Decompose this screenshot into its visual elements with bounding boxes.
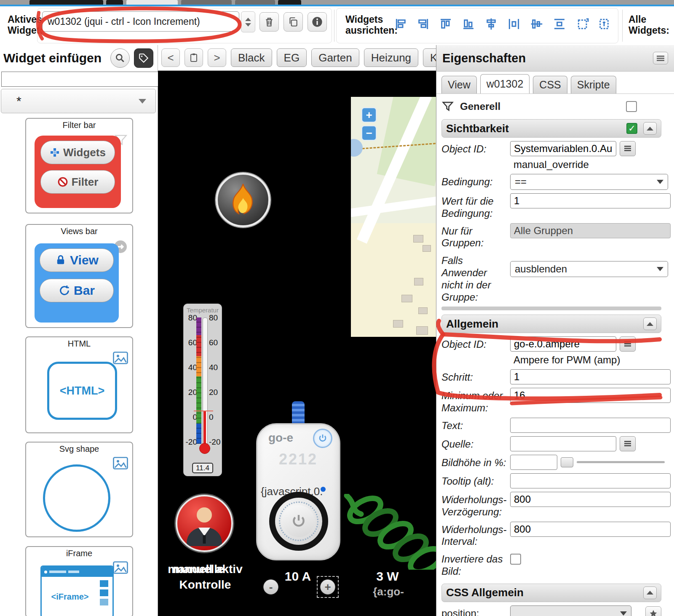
ampere-decrement-button[interactable]: - xyxy=(263,579,278,595)
widget-select-spinner[interactable] xyxy=(241,11,255,32)
browser-tab[interactable] xyxy=(106,0,123,5)
section-sichtbarkeit[interactable]: Sichtbarkeit ✓ xyxy=(441,119,661,138)
select-object-id-button[interactable] xyxy=(620,336,636,352)
generell-checkbox[interactable] xyxy=(626,101,637,112)
charging-cable-coil xyxy=(343,494,436,570)
image-placeholder-icon xyxy=(113,561,128,574)
view-forward-button[interactable]: > xyxy=(208,48,226,67)
distribute-horizontal-button[interactable] xyxy=(505,15,523,33)
palette-filter-input[interactable] xyxy=(1,72,159,87)
lock-icon xyxy=(55,254,67,266)
palette-card-svg-shape[interactable]: Svg shape xyxy=(25,442,133,537)
section-css-allgemein[interactable]: CSS Allgemein xyxy=(441,584,661,602)
minmax-input[interactable] xyxy=(510,388,671,403)
charger-power-button[interactable] xyxy=(269,492,328,551)
spinner-up-icon xyxy=(245,18,251,21)
browser-tab[interactable] xyxy=(29,0,103,5)
panel-dock-button[interactable] xyxy=(653,52,668,64)
fire-widget[interactable] xyxy=(216,173,270,227)
interval-input[interactable] xyxy=(510,522,671,537)
visibility-object-id-input[interactable] xyxy=(510,141,616,156)
bildhoehe-slider-track[interactable] xyxy=(577,461,665,463)
tab-view[interactable]: View xyxy=(441,76,477,93)
select-object-id-button[interactable] xyxy=(620,436,636,451)
gruppen-input xyxy=(510,223,671,238)
select-object-id-button[interactable] xyxy=(620,141,636,156)
section-allgemein[interactable]: Allgemein xyxy=(441,315,661,333)
charger-widget[interactable]: go-e 2212 {javascript.0. xyxy=(256,423,340,560)
align-right-button[interactable] xyxy=(414,15,432,33)
widget-info-button[interactable] xyxy=(308,12,327,32)
tooltip-input[interactable] xyxy=(510,473,671,488)
same-width-button[interactable] xyxy=(574,15,592,33)
thermometer-widget[interactable]: Temperatur 80 60 40 20 0 -20 80 60 40 20… xyxy=(183,304,222,476)
center-vertical-button[interactable] xyxy=(527,15,546,33)
map-widget[interactable]: + − xyxy=(351,97,436,337)
browser-tab[interactable] xyxy=(278,0,301,5)
view-tab-garten[interactable]: Garten xyxy=(311,48,359,67)
collapse-sichtbarkeit-button[interactable] xyxy=(643,122,657,135)
quelle-input[interactable] xyxy=(510,436,616,451)
browser-tab[interactable] xyxy=(235,0,275,5)
align-top-button[interactable] xyxy=(436,15,455,33)
center-horizontal-button[interactable] xyxy=(482,15,500,33)
manual-control-widget[interactable] xyxy=(176,495,233,552)
card-title: Views bar xyxy=(26,227,132,236)
invertiere-checkbox[interactable] xyxy=(510,554,521,565)
view-tab-eg[interactable]: EG xyxy=(277,48,307,67)
ampere-increment-button[interactable]: + xyxy=(320,579,335,595)
verzoegerung-input[interactable] xyxy=(510,492,671,507)
charger-cable-top xyxy=(292,401,305,426)
view-tab-black[interactable]: Black xyxy=(231,48,272,67)
browser-tab[interactable] xyxy=(181,0,232,5)
vis-canvas[interactable]: + − Temperatur 80 60 40 20 0 -20 80 60 4… xyxy=(158,71,436,616)
align-bottom-button[interactable] xyxy=(459,15,478,33)
view-tab-keller[interactable]: Kell xyxy=(423,48,436,67)
copy-widget-button[interactable] xyxy=(284,12,303,32)
text-input[interactable] xyxy=(510,418,671,433)
tab-widget-id[interactable]: w01302 xyxy=(480,74,530,93)
same-height-button[interactable] xyxy=(595,15,613,33)
toolbar-separator xyxy=(622,10,623,42)
view-paste-button[interactable] xyxy=(185,48,203,67)
tab-css[interactable]: CSS xyxy=(533,76,567,93)
bedingung-select[interactable]: == xyxy=(510,174,668,190)
widget-set-select[interactable]: * xyxy=(1,89,156,113)
collapse-allgemein-button[interactable] xyxy=(643,317,657,330)
palette-card-filter-bar[interactable]: Filter bar Widgets xyxy=(25,118,133,213)
delete-widget-button[interactable] xyxy=(259,12,279,32)
selected-widget-outline[interactable]: + xyxy=(317,576,339,598)
position-default-button[interactable] xyxy=(645,606,661,616)
view-back-button[interactable]: < xyxy=(161,48,180,67)
bildhoehe-slider-handle[interactable] xyxy=(561,457,573,467)
palette-card-iframe[interactable]: iFrame <iFrame> xyxy=(25,546,133,616)
position-select[interactable] xyxy=(510,605,631,616)
ampere-object-id-input[interactable] xyxy=(510,336,616,352)
invertiere-row: Invertiere das Bild: xyxy=(441,551,674,578)
field-label: Quelle: xyxy=(441,436,510,451)
view-tab-heizung[interactable]: Heizung xyxy=(364,48,418,67)
map-zoom-out-button[interactable]: − xyxy=(361,125,377,141)
distribute-vertical-button[interactable] xyxy=(550,15,569,33)
bildhoehe-input[interactable] xyxy=(510,455,557,470)
wert-input[interactable] xyxy=(510,193,671,208)
palette-card-html[interactable]: HTML <HTML> xyxy=(25,336,133,433)
map-zoom-in-button[interactable]: + xyxy=(361,107,377,123)
chevron-up-icon xyxy=(647,322,653,326)
interval-row: Widerholungs-Interval: xyxy=(441,522,674,548)
palette-tag-filter-button[interactable] xyxy=(134,48,153,68)
collapse-css-button[interactable] xyxy=(643,587,657,599)
tab-skripte[interactable]: Skripte xyxy=(571,76,616,93)
active-widget-select[interactable]: w01302 (jqui - ctrl - Icon Increment) xyxy=(42,11,239,32)
palette-card-views-bar[interactable]: Views bar View Bar xyxy=(25,224,133,328)
palette-search-button[interactable] xyxy=(110,48,130,68)
view-tab-bar: < > Black EG Garten Heizung Kell xyxy=(158,45,436,71)
align-left-button[interactable] xyxy=(392,15,410,33)
properties-header: Eigenschaften xyxy=(436,45,674,72)
widgets-grid-icon xyxy=(50,147,60,157)
thermometer-bulb xyxy=(199,443,210,454)
sichtbarkeit-checkbox[interactable]: ✓ xyxy=(626,123,637,134)
object-list-icon xyxy=(624,440,631,447)
falls-select[interactable]: ausblenden xyxy=(510,261,668,277)
schritt-input[interactable] xyxy=(510,369,671,384)
